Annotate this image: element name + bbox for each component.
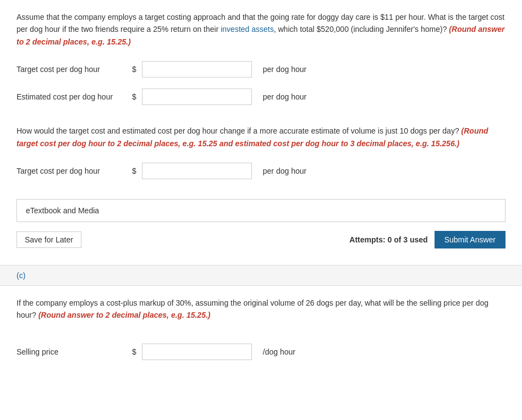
save-later-button[interactable]: Save for Later (17, 231, 81, 248)
estimated-cost-label: Estimated cost per dog hour (17, 92, 127, 101)
selling-price-row: Selling price $ /dog hour (17, 344, 505, 360)
part-b-section: Assume that the company employs a target… (0, 0, 522, 265)
estimated-cost-unit: per dog hour (263, 92, 306, 101)
target-cost-row-2: Target cost per dog hour $ per dog hour (17, 163, 505, 179)
selling-price-unit: /dog hour (263, 347, 295, 356)
question-b2-text: How would the target cost and estimated … (17, 125, 505, 150)
question-b-text: Assume that the company employs a target… (17, 11, 505, 48)
highlight-invested: invested assets (221, 25, 274, 34)
dollar-sign-2: $ (132, 92, 136, 101)
dollar-sign-1: $ (132, 65, 136, 74)
target-cost-unit-2: per dog hour (263, 167, 306, 175)
target-cost-label-2: Target cost per dog hour (17, 167, 127, 175)
selling-price-label: Selling price (17, 347, 127, 356)
submit-area: Attempts: 0 of 3 used Submit Answer (349, 231, 505, 248)
target-cost-row: Target cost per dog hour $ per dog hour (17, 61, 505, 78)
section-c-label: (c) (17, 271, 25, 280)
question-c-text: If the company employs a cost-plus marku… (17, 297, 505, 322)
dollar-sign-c: $ (132, 347, 136, 356)
target-cost-unit: per dog hour (263, 65, 306, 74)
dollar-sign-3: $ (132, 167, 136, 175)
target-cost-input[interactable] (142, 61, 252, 78)
selling-price-input[interactable] (142, 344, 252, 360)
estimated-cost-input[interactable] (142, 89, 252, 105)
round-instruction-c: (Round answer to 2 decimal places, e.g. … (39, 311, 211, 319)
estimated-cost-row: Estimated cost per dog hour $ per dog ho… (17, 89, 505, 105)
etextbook-bar: eTextbook and Media (17, 199, 505, 222)
etextbook-label: eTextbook and Media (26, 206, 99, 215)
section-c-gray: (c) (0, 266, 522, 285)
submit-answer-button[interactable]: Submit Answer (435, 231, 505, 248)
part-c-section: If the company employs a cost-plus marku… (0, 286, 522, 388)
question-b2-main: How would the target cost and estimated … (17, 126, 459, 135)
target-cost-input-2[interactable] (142, 163, 252, 179)
target-cost-label: Target cost per dog hour (17, 65, 127, 74)
attempts-text: Attempts: 0 of 3 used (349, 235, 427, 244)
footer-row: Save for Later Attempts: 0 of 3 used Sub… (17, 231, 505, 248)
